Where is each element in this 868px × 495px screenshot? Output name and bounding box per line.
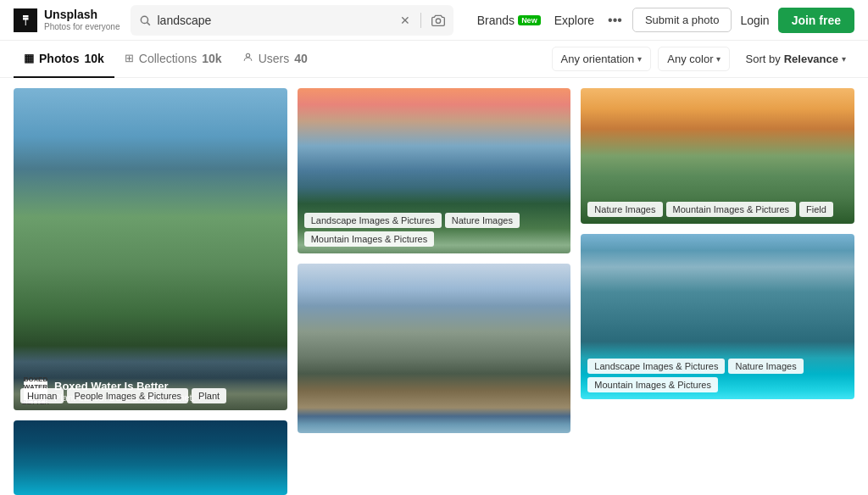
sub-header: ▦ Photos 10k ⊞ Collections 10k Users 40 … [0,41,868,78]
nav-explore[interactable]: Explore [554,14,594,27]
tab-users[interactable]: Users 40 [232,41,318,78]
logo-text: Unsplash Photos for everyone [44,8,120,31]
logo-area[interactable]: Unsplash Photos for everyone [14,8,120,32]
photos-tab-count: 10k [84,52,103,65]
filter-controls: Any orientation ▾ Any color ▾ Sort by Re… [552,47,854,71]
logo-tagline: Photos for everyone [44,22,120,31]
photo-tags-mountains-color: Landscape Images & Pictures Nature Image… [304,213,571,247]
nav-more-icon[interactable]: ••• [608,13,622,28]
tag-nature-images[interactable]: Nature Images [587,202,662,217]
grid-col-1: BOXED WATER IS BETTER Boxed Water Is Bet… [14,88,287,485]
camera-search-icon[interactable] [431,14,445,26]
color-chevron-icon: ▾ [716,54,721,64]
photo-card-mountains-color[interactable]: Landscape Images & Pictures Nature Image… [298,88,571,253]
tag-landscape-2[interactable]: Landscape Images & Pictures [587,359,725,374]
nav-brands[interactable]: Brands New [477,14,541,27]
tag-human[interactable]: Human [20,388,64,403]
tag-mountain-2[interactable]: Mountain Images & Pictures [587,377,718,392]
svg-point-2 [436,19,440,23]
tab-collections[interactable]: ⊞ Collections 10k [114,41,232,78]
brands-new-badge: New [518,15,541,25]
collections-tab-label: Collections [139,52,197,65]
sort-button[interactable]: Sort by Relevance ▾ [737,47,854,70]
clear-search-icon[interactable]: ✕ [400,14,410,27]
photo-grid: BOXED WATER IS BETTER Boxed Water Is Bet… [0,78,868,495]
orientation-filter[interactable]: Any orientation ▾ [552,47,652,71]
search-divider [420,13,421,28]
logo-brand: Unsplash [44,8,120,21]
photo-tags-yosemite: Human People Images & Pictures Plant [20,388,226,403]
users-tab-label: Users [259,52,290,65]
photo-card-teal[interactable] [14,420,287,495]
photos-tab-icon: ▦ [24,52,34,64]
grid-col-3: Nature Images Mountain Images & Pictures… [581,88,854,485]
collections-tab-count: 10k [202,52,221,65]
tag-plant[interactable]: Plant [192,388,226,403]
photo-card-sunset[interactable]: Nature Images Mountain Images & Pictures… [581,88,854,224]
sort-chevron-icon: ▾ [842,54,846,64]
svg-point-0 [141,16,147,23]
search-input[interactable] [158,14,393,27]
main-nav: Brands New Explore ••• [477,13,622,28]
orientation-chevron-icon: ▾ [637,54,642,64]
submit-photo-button[interactable]: Submit a photo [632,8,732,32]
tag-mountain-pics[interactable]: Mountain Images & Pictures [304,231,435,247]
sort-prefix: Sort by [745,53,780,65]
photo-tags-sunset: Nature Images Mountain Images & Pictures… [587,202,833,217]
tag-people[interactable]: People Images & Pictures [67,388,188,403]
users-tab-count: 40 [294,52,308,65]
search-tabs: ▦ Photos 10k ⊞ Collections 10k Users 40 [14,41,552,78]
grid-col-2: Landscape Images & Pictures Nature Image… [298,88,571,485]
logo-icon [14,8,37,32]
photo-card-cabin-lake[interactable] [298,264,571,433]
collections-tab-icon: ⊞ [125,52,134,64]
tag-nature[interactable]: Nature Images [445,213,520,228]
tag-mountain-images[interactable]: Mountain Images & Pictures [666,202,797,217]
photo-tags-turquoise: Landscape Images & Pictures Nature Image… [587,359,854,392]
join-button[interactable]: Join free [778,8,854,33]
photo-card-yosemite[interactable]: BOXED WATER IS BETTER Boxed Water Is Bet… [14,88,287,410]
svg-line-1 [147,22,149,25]
svg-point-3 [246,53,249,57]
photo-card-turquoise[interactable]: Landscape Images & Pictures Nature Image… [581,234,854,399]
tag-field[interactable]: Field [799,202,833,217]
sort-value: Relevance [784,53,838,65]
tab-photos[interactable]: ▦ Photos 10k [14,41,114,78]
users-tab-icon [242,52,253,65]
search-icon [139,14,151,26]
main-header: Unsplash Photos for everyone ✕ Brands Ne… [0,0,868,41]
color-filter[interactable]: Any color ▾ [658,47,730,71]
login-button[interactable]: Login [740,14,769,27]
photos-tab-label: Photos [39,52,79,65]
search-bar: ✕ [131,5,453,36]
tag-nature-2[interactable]: Nature Images [728,359,803,374]
header-actions: Submit a photo Login Join free [632,8,854,33]
tag-landscape[interactable]: Landscape Images & Pictures [304,213,442,228]
